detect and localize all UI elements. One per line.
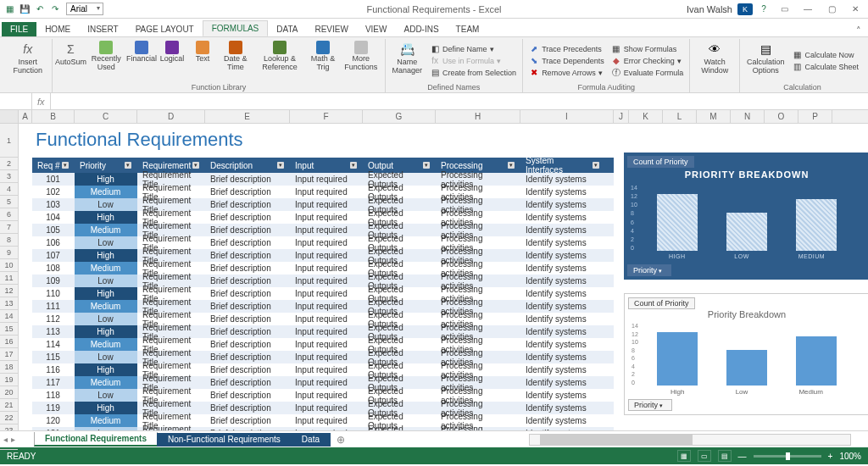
sheet-tab-data[interactable]: Data xyxy=(291,433,331,447)
col-header-E[interactable]: E xyxy=(205,110,290,123)
horizontal-scrollbar[interactable] xyxy=(529,434,851,446)
cell-input[interactable]: Input required xyxy=(290,236,363,249)
cell-system[interactable]: Identify systems xyxy=(520,287,605,300)
name-manager-button[interactable]: 📇Name Manager xyxy=(389,39,426,82)
cell-priority[interactable]: Medium xyxy=(75,414,137,427)
table-row[interactable]: 110HighRequirement TitleBrief descriptio… xyxy=(32,287,614,300)
cell-description[interactable]: Brief description xyxy=(205,224,290,236)
cell-description[interactable]: Brief description xyxy=(205,198,290,211)
tab-formulas[interactable]: FORMULAS xyxy=(203,20,269,36)
table-row[interactable]: 103LowRequirement TitleBrief description… xyxy=(32,198,614,211)
select-all-corner[interactable] xyxy=(0,110,19,123)
cell-priority[interactable]: Low xyxy=(75,313,137,325)
cell-description[interactable]: Brief description xyxy=(205,363,290,376)
cell-input[interactable]: Input required xyxy=(290,173,363,186)
col-header-K[interactable]: K xyxy=(629,110,663,123)
cell-description[interactable]: Brief description xyxy=(205,414,290,427)
cell-priority[interactable]: High xyxy=(75,363,137,376)
sheet-tab-functional[interactable]: Functional Requirements xyxy=(34,432,158,447)
chart-priority-breakdown-dark[interactable]: Count of Priority PRIORITY BREAKDOWN 141… xyxy=(624,153,868,280)
formula-input[interactable] xyxy=(51,93,868,109)
maximize-icon[interactable]: ▢ xyxy=(822,3,841,15)
filter-icon[interactable]: ▾ xyxy=(508,162,515,169)
cell-input[interactable]: Input required xyxy=(290,376,363,389)
cell-system[interactable]: Identify systems xyxy=(520,211,605,224)
col-header-B[interactable]: B xyxy=(32,110,75,123)
cell-priority[interactable]: High xyxy=(75,173,137,186)
tab-review[interactable]: REVIEW xyxy=(306,22,356,36)
cell-description[interactable]: Brief description xyxy=(205,287,290,300)
row-header[interactable]: 18 xyxy=(0,361,18,374)
cell-system[interactable]: Identify systems xyxy=(520,414,605,427)
remove-arrows-button[interactable]: ✖Remove Arrows ▾ xyxy=(526,67,607,79)
text-button[interactable]: Text xyxy=(188,39,217,82)
cell-system[interactable]: Identify systems xyxy=(520,224,605,236)
table-row[interactable]: 109LowRequirement TitleBrief description… xyxy=(32,275,614,287)
table-row[interactable]: 107HighRequirement TitleBrief descriptio… xyxy=(32,249,614,262)
col-priority[interactable]: Priority▾ xyxy=(75,158,137,173)
filter-icon[interactable]: ▾ xyxy=(192,162,199,169)
tab-file[interactable]: FILE xyxy=(2,22,36,36)
col-description[interactable]: Description▾ xyxy=(205,158,290,173)
cell-system[interactable]: Identify systems xyxy=(520,173,605,186)
table-row[interactable]: 101HighRequirement TitleBrief descriptio… xyxy=(32,173,614,186)
table-row[interactable]: 106LowRequirement TitleBrief description… xyxy=(32,236,614,249)
col-header-H[interactable]: H xyxy=(436,110,520,123)
cell-req[interactable]: 120 xyxy=(32,414,75,427)
cell-req[interactable]: 108 xyxy=(32,262,75,275)
cell-req[interactable]: 117 xyxy=(32,376,75,389)
cell-priority[interactable]: Low xyxy=(75,351,137,363)
cell-req[interactable]: 106 xyxy=(32,236,75,249)
cell-priority[interactable]: High xyxy=(75,211,137,224)
col-header-N[interactable]: N xyxy=(731,110,765,123)
row-header[interactable]: 6 xyxy=(0,208,18,221)
cell-priority[interactable]: Medium xyxy=(75,186,137,198)
cell-system[interactable]: Identify systems xyxy=(520,338,605,351)
row-header[interactable]: 14 xyxy=(0,310,18,323)
cell-input[interactable]: Input required xyxy=(290,300,363,313)
zoom-slider[interactable] xyxy=(754,455,821,458)
filter-icon[interactable]: ▾ xyxy=(62,162,69,169)
cell-description[interactable]: Brief description xyxy=(205,211,290,224)
calc-now-button[interactable]: ▦Calculate Now xyxy=(789,49,861,61)
cell-req[interactable]: 109 xyxy=(32,275,75,287)
watch-window-button[interactable]: 👁Watch Window xyxy=(693,39,736,91)
row-header[interactable]: 16 xyxy=(0,336,18,348)
cell-req[interactable]: 103 xyxy=(32,198,75,211)
tab-addins[interactable]: ADD-INS xyxy=(395,22,447,36)
cell-description[interactable]: Brief description xyxy=(205,275,290,287)
table-row[interactable]: 119HighRequirement TitleBrief descriptio… xyxy=(32,402,614,414)
filter-icon[interactable]: ▾ xyxy=(125,162,131,169)
table-row[interactable]: 112LowRequirement TitleBrief description… xyxy=(32,313,614,325)
use-in-formula-button[interactable]: fxUse in Formula ▾ xyxy=(427,55,519,67)
cell-input[interactable]: Input required xyxy=(290,224,363,236)
row-header[interactable]: 4 xyxy=(0,183,18,196)
filter-icon[interactable]: ▾ xyxy=(423,162,430,169)
cell-input[interactable]: Input required xyxy=(290,338,363,351)
col-header-I[interactable]: I xyxy=(520,110,614,123)
cell-req[interactable]: 101 xyxy=(32,173,75,186)
lookup-button[interactable]: Lookup & Reference xyxy=(254,39,306,82)
cell-priority[interactable]: Medium xyxy=(75,224,137,236)
table-row[interactable]: 102MediumRequirement TitleBrief descript… xyxy=(32,186,614,198)
financial-button[interactable]: Financial xyxy=(127,39,156,82)
cell-input[interactable]: Input required xyxy=(290,198,363,211)
table-row[interactable]: 104HighRequirement TitleBrief descriptio… xyxy=(32,211,614,224)
col-header-C[interactable]: C xyxy=(75,110,137,123)
cell-system[interactable]: Identify systems xyxy=(520,325,605,338)
row-header[interactable]: 19 xyxy=(0,374,18,386)
create-from-selection-button[interactable]: ▤Create from Selection xyxy=(427,67,519,79)
cell-req[interactable]: 119 xyxy=(32,402,75,414)
table-row[interactable]: 120MediumRequirement TitleBrief descript… xyxy=(32,414,614,427)
col-input[interactable]: Input▾ xyxy=(290,158,363,173)
cell-req[interactable]: 104 xyxy=(32,211,75,224)
row-header[interactable]: 10 xyxy=(0,259,18,272)
ribbon-options-icon[interactable]: ▭ xyxy=(775,3,793,15)
row-header[interactable]: 8 xyxy=(0,234,18,247)
row-header[interactable]: 7 xyxy=(0,221,18,234)
filter-icon[interactable]: ▾ xyxy=(350,162,357,169)
minimize-icon[interactable]: — xyxy=(798,3,817,15)
view-normal-icon[interactable]: ▦ xyxy=(677,450,691,462)
cell-req[interactable]: 118 xyxy=(32,389,75,402)
undo-icon[interactable]: ↶ xyxy=(34,3,46,15)
